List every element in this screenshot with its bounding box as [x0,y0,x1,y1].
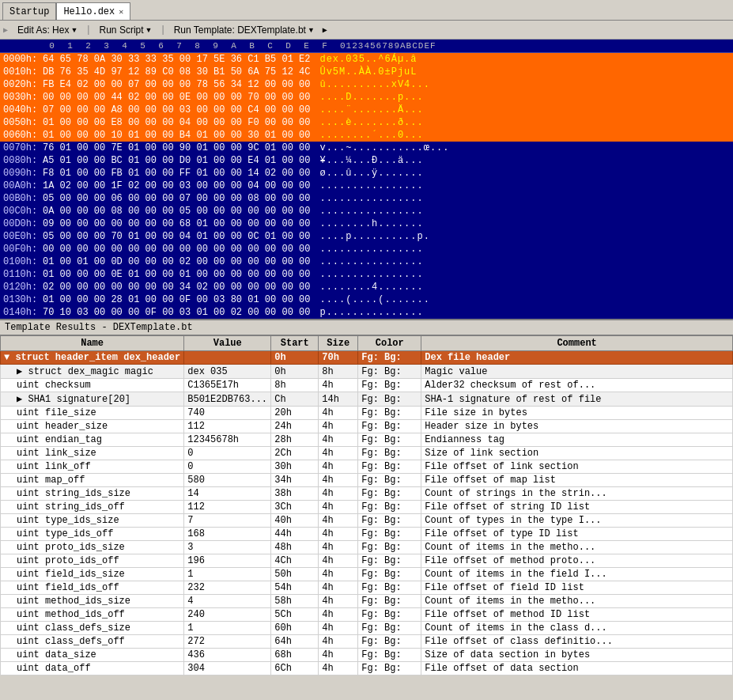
cell-size: 4h [319,420,358,433]
fg-label: Fg: [361,488,379,499]
tab-startup[interactable]: Startup [2,2,56,20]
cell-comment: Count of types in the type I... [421,514,733,528]
ruler-col-5: 5 [134,40,152,52]
cell-start: 60h [271,622,319,635]
table-row[interactable]: uint string_ids_size1438h4hFg: Bg:Count … [1,487,733,501]
fg-label: Fg: [361,434,379,445]
run-template-play[interactable]: ▶ [323,25,327,35]
table-row[interactable]: uint file_size74020h4hFg: Bg:File size i… [1,407,733,420]
cell-start: 64h [271,635,319,649]
hex-row[interactable]: 0100h: 01 00 01 00 0D 00 00 00 02 00 00 … [0,255,733,268]
table-row[interactable]: uint method_ids_off2405Ch4hFg: Bg:File o… [1,608,733,622]
table-row[interactable]: uint proto_ids_off1964Ch4hFg: Bg:File of… [1,554,733,568]
hex-row[interactable]: 00B0h: 05 00 00 00 06 00 00 00 07 00 00 … [0,192,733,205]
cell-comment: File offset of data section [421,662,733,675]
cell-comment: Count of items in the metho... [421,595,733,608]
table-row[interactable]: uint type_ids_off16844h4hFg: Bg:File off… [1,528,733,541]
hex-row[interactable]: 00C0h: 0A 00 00 00 08 00 00 00 05 00 00 … [0,205,733,218]
hex-row[interactable]: 0070h: 76 01 00 00 7E 01 00 00 90 01 00 … [0,142,733,154]
run-script-button[interactable]: Run Script ▼ [95,24,157,36]
table-row[interactable]: uint link_size02Ch4hFg: Bg:Size of link … [1,447,733,460]
hex-row[interactable]: 0040h: 07 00 00 00 A8 00 00 00 03 00 00 … [0,104,733,116]
ruler-col-2: 2 [79,40,97,52]
hex-row[interactable]: 0060h: 01 00 00 00 10 01 00 00 B4 01 00 … [0,129,733,142]
table-row[interactable]: uint link_off030h4hFg: Bg:File offset of… [1,460,733,474]
cell-size: 4h [319,514,358,528]
cell-color: Fg: Bg: [358,622,421,635]
hex-row[interactable]: 00F0h: 00 00 00 00 00 00 00 00 00 00 00 … [0,243,733,255]
table-row[interactable]: ▼ struct header_item dex_header0h70hFg: … [1,351,733,365]
cell-name: uint map_off [1,474,184,487]
table-row[interactable]: uint field_ids_size150h4hFg: Bg:Count of… [1,568,733,581]
cell-name: ▶ SHA1 signature[20] [1,392,184,407]
hex-row[interactable]: 00D0h: 09 00 00 00 00 00 00 00 68 01 00 … [0,218,733,230]
ascii-part: ....è.......ð... [319,116,423,129]
cell-size: 4h [319,407,358,420]
hex-row[interactable]: 0110h: 01 00 00 00 0E 01 00 00 01 00 00 … [0,268,733,281]
hex-row[interactable]: 0010h: DB 76 35 4D 97 12 89 C0 08 30 B1 … [0,66,733,78]
cell-comment: Header size in bytes [421,420,733,433]
hex-row[interactable]: 0000h: 64 65 78 0A 30 33 33 35 00 17 5E … [0,53,733,66]
table-row[interactable]: uint method_ids_size458h4hFg: Bg:Count o… [1,595,733,608]
cell-start: 48h [271,541,319,554]
table-row[interactable]: ▶ struct dex_magic magicdex 0350h8hFg: B… [1,365,733,379]
hex-bytes: 70 10 03 00 00 00 0F 00 03 01 00 02 00 0… [43,306,310,319]
table-row[interactable]: uint checksumC1365E17h8h4hFg: Bg:Alder32… [1,379,733,392]
table-row[interactable]: uint endian_tag12345678h28h4hFg: Bg:Endi… [1,433,733,447]
cell-name: uint proto_ids_size [1,541,184,554]
table-row[interactable]: uint map_off58034h4hFg: Bg:File offset o… [1,474,733,487]
hex-row[interactable]: 0050h: 01 00 00 00 E8 00 00 00 04 00 00 … [0,116,733,129]
cell-comment: Size of data section in bytes [421,649,733,662]
cell-value: C1365E17h [184,379,271,392]
hex-row[interactable]: 0120h: 02 00 00 00 00 00 00 00 34 02 00 … [0,281,733,293]
toolbar: ▶ Edit As: Hex ▼ | Run Script ▼ | Run Te… [0,21,733,40]
table-row[interactable]: uint proto_ids_size348h4hFg: Bg:Count of… [1,541,733,554]
fg-label: Fg: [361,636,379,647]
hex-row[interactable]: 0020h: FB E4 02 00 00 07 00 00 00 78 56 … [0,78,733,91]
cell-name: uint checksum [1,379,184,392]
cell-size: 4h [319,528,358,541]
tab-hellodex-close[interactable]: ✕ [119,7,123,17]
ascii-part: dex.035..^6Áµ.â [319,53,417,66]
cell-size: 4h [319,474,358,487]
fg-label: Fg: [361,609,379,620]
fg-label: Fg: [361,515,379,526]
table-row[interactable]: uint data_size43668h4hFg: Bg:Size of dat… [1,649,733,662]
cell-start: 4Ch [271,554,319,568]
table-row[interactable]: uint string_ids_off1123Ch4hFg: Bg:File o… [1,501,733,514]
cell-color: Fg: Bg: [358,474,421,487]
cell-value: dex 035 [184,365,271,379]
hex-row[interactable]: 00E0h: 05 00 00 00 70 01 00 00 04 01 00 … [0,230,733,243]
hex-row[interactable]: 0090h: F8 01 00 00 FB 01 00 00 FF 01 00 … [0,167,733,180]
edit-as-button[interactable]: Edit As: Hex ▼ [13,24,82,36]
ruler-col-e: E [297,40,315,52]
ruler-col-c: C [261,40,279,52]
cell-color: Fg: Bg: [358,595,421,608]
hex-row[interactable]: 0130h: 01 00 00 00 28 01 00 00 0F 00 03 … [0,293,733,306]
table-row[interactable]: uint class_defs_off27264h4hFg: Bg:File o… [1,635,733,649]
cell-name: uint string_ids_size [1,487,184,501]
hex-row[interactable]: 0140h: 70 10 03 00 00 00 0F 00 03 01 00 … [0,306,733,319]
bg-label: Bg: [384,352,402,363]
table-row[interactable]: uint type_ids_size740h4hFg: Bg:Count of … [1,514,733,528]
cell-comment: Count of items in the field I... [421,568,733,581]
row-address: 0140h: [3,306,43,319]
table-row[interactable]: uint data_off3046Ch4hFg: Bg:File offset … [1,662,733,675]
results-scroll-area[interactable]: Name Value Start Size Color Comment ▼ st… [0,335,733,675]
cell-start: Ch [271,392,319,407]
table-row[interactable]: uint header_size11224h4hFg: Bg:Header si… [1,420,733,433]
table-row[interactable]: ▶ SHA1 signature[20]B501E2DB763...Ch14hF… [1,392,733,407]
table-row[interactable]: uint field_ids_off23254h4hFg: Bg:File of… [1,581,733,595]
cell-comment: File offset of string ID list [421,501,733,514]
table-row[interactable]: uint class_defs_size160h4hFg: Bg:Count o… [1,622,733,635]
cell-value: 580 [184,474,271,487]
hex-row[interactable]: 0030h: 00 00 00 00 44 02 00 00 0E 00 00 … [0,91,733,104]
tab-hellodex[interactable]: Hello.dex ✕ [56,2,130,20]
hex-row[interactable]: 0080h: A5 01 00 00 BC 01 00 00 D0 01 00 … [0,154,733,167]
ascii-part: p............... [319,306,423,319]
hex-row[interactable]: 00A0h: 1A 02 00 00 1F 02 00 00 03 00 00 … [0,180,733,192]
cell-value: 4 [184,595,271,608]
cell-comment: Count of strings in the strin... [421,487,733,501]
run-template-button[interactable]: Run Template: DEXTemplate.bt ▼ [169,24,319,36]
cell-start: 68h [271,649,319,662]
